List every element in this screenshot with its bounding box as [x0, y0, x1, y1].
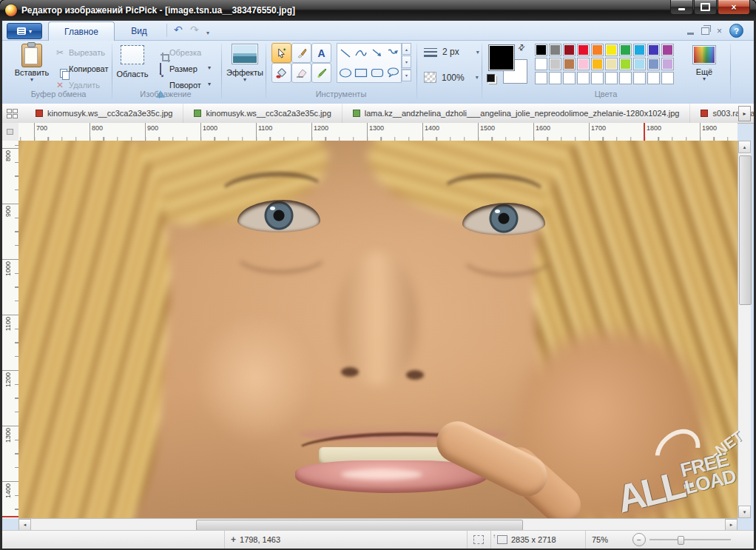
more-colors-button[interactable]: Ещё ▾ [689, 45, 720, 81]
quick-access-dropdown[interactable]: ▾ [206, 27, 209, 40]
horizontal-scrollbar[interactable]: ◂ ▸ [18, 518, 738, 531]
scroll-left-button[interactable]: ◂ [18, 519, 31, 531]
palette-swatch[interactable] [563, 44, 576, 56]
palette-swatch[interactable] [619, 44, 632, 56]
zoom-slider-track[interactable] [649, 539, 731, 540]
rounded-rectangle-shape-button[interactable] [371, 68, 384, 78]
palette-swatch[interactable] [549, 44, 561, 56]
palette-swatch[interactable] [647, 58, 660, 70]
document-tab[interactable]: kinomusyk.ws__cc3ca2a3e35c.jpg [183, 104, 342, 123]
arrow-shape-button[interactable] [371, 48, 383, 58]
palette-swatch[interactable] [577, 44, 590, 56]
tab-main[interactable]: Главное [48, 21, 115, 41]
palette-swatch[interactable] [549, 58, 561, 70]
horizontal-scroll-thumb[interactable] [196, 520, 523, 531]
palette-swatch[interactable] [535, 72, 547, 84]
child-restore-button[interactable] [701, 27, 709, 35]
palette-swatch[interactable] [605, 58, 618, 70]
palette-swatch[interactable] [577, 72, 590, 84]
eraser-tool-button[interactable] [291, 63, 311, 83]
scroll-up-button[interactable]: ▴ [738, 141, 751, 153]
scroll-right-button[interactable]: ▸ [725, 519, 738, 531]
minimize-button[interactable] [670, 0, 693, 15]
palette-swatch[interactable] [661, 44, 674, 56]
palette-swatch[interactable] [647, 72, 660, 84]
palette-swatch[interactable] [591, 58, 604, 70]
chevron-down-icon: ▾ [476, 74, 479, 81]
palette-swatch[interactable] [633, 58, 646, 70]
palette-swatch[interactable] [549, 72, 561, 84]
tab-view[interactable]: Вид [118, 21, 161, 40]
curve-shape-button[interactable] [355, 48, 367, 58]
group-divider [266, 44, 266, 98]
resize-button[interactable]: Размер [155, 61, 198, 76]
document-tab[interactable]: kinomusyk.ws__cc3ca2a3e35c.jpg [25, 104, 183, 123]
undo-button[interactable]: ↶ [174, 23, 183, 36]
text-tool-button[interactable]: A [311, 43, 331, 63]
paste-button[interactable]: Вставить ▾ [11, 44, 53, 82]
cut-button[interactable]: ✂ Вырезать [54, 45, 105, 60]
palette-swatch[interactable] [563, 72, 576, 84]
effects-button[interactable]: Эффекты ▾ [226, 44, 264, 82]
image-canvas[interactable] [18, 141, 738, 518]
ribbon: Вставить ▾ ✂ Вырезать Копироват ✕ Удалит… [2, 41, 754, 104]
scroll-down-button[interactable]: ▾ [738, 506, 751, 518]
shapes-expand-button[interactable]: ▾ [402, 69, 411, 81]
copy-button[interactable]: Копироват [54, 61, 109, 76]
curved-arrow-shape-button[interactable] [387, 48, 399, 58]
child-minimize-button[interactable] [687, 33, 694, 35]
close-button[interactable]: × [718, 0, 750, 15]
maximize-button[interactable] [694, 0, 717, 15]
palette-swatch[interactable] [647, 44, 660, 56]
palette-swatch[interactable] [605, 72, 618, 84]
shapes-scroll-down-button[interactable]: ▾ [402, 56, 411, 67]
palette-swatch[interactable] [661, 58, 674, 70]
palette-swatch[interactable] [591, 72, 604, 84]
app-menu-button[interactable]: ▾ [7, 23, 42, 39]
eyedropper-tool-button[interactable] [311, 63, 331, 83]
palette-swatch[interactable] [619, 58, 632, 70]
palette-swatch[interactable] [535, 58, 547, 70]
help-button[interactable]: ? [729, 24, 743, 38]
document-tab[interactable]: lama.kz__andzhelina_dzholi___angelina_jo… [342, 104, 691, 123]
palette-swatch[interactable] [577, 58, 590, 70]
hair [18, 141, 185, 518]
rectangle-shape-button[interactable] [354, 68, 368, 78]
palette-swatch[interactable] [563, 58, 576, 70]
tab-scroll-right-button[interactable]: ▸ [738, 106, 751, 121]
zoom-out-button[interactable]: − [632, 533, 646, 546]
crop-button[interactable]: Обрезка [155, 45, 201, 60]
palette-swatch[interactable] [633, 44, 646, 56]
select-tool-button[interactable] [271, 43, 291, 63]
line-width-control[interactable]: 2 px ▾ [424, 47, 479, 57]
opacity-control[interactable]: 100% ▾ [424, 72, 479, 83]
palette-swatch[interactable] [591, 44, 604, 56]
zoom-slider-thumb[interactable] [678, 536, 684, 545]
palette-swatch[interactable] [633, 72, 646, 84]
tab-grid-icon[interactable] [7, 109, 18, 118]
palette-swatch[interactable] [605, 44, 618, 56]
color-selector[interactable]: ⇅ [487, 43, 530, 84]
ellipse-shape-button[interactable] [339, 68, 352, 78]
copy-label: Копироват [69, 64, 109, 73]
resize-dropdown[interactable]: ▾ [208, 64, 211, 71]
region-button[interactable]: Область [115, 45, 150, 78]
palette-swatch[interactable] [661, 72, 674, 84]
title-bar[interactable]: Редактор изображений PicPick - [image.ts… [0, 0, 756, 21]
shapes-scroll-up-button[interactable]: ▴ [402, 43, 411, 55]
palette-swatch[interactable] [619, 72, 632, 84]
rotate-dropdown[interactable]: ▾ [208, 81, 211, 87]
vertical-scroll-thumb[interactable] [739, 155, 752, 305]
child-close-button[interactable]: × [717, 26, 722, 36]
fill-tool-button[interactable] [271, 63, 291, 83]
resize-label: Размер [169, 64, 198, 73]
palette-swatch[interactable] [535, 44, 547, 56]
line-shape-button[interactable] [340, 48, 351, 58]
swap-colors-icon[interactable]: ⇅ [516, 42, 527, 54]
foreground-color-swatch[interactable] [488, 44, 515, 71]
brush-tool-button[interactable] [291, 43, 311, 63]
vertical-scrollbar[interactable]: ▴ ▾ [738, 141, 751, 518]
redo-button[interactable]: ↷ [190, 23, 199, 36]
ruler-major-tick [145, 123, 146, 141]
speech-bubble-shape-button[interactable] [387, 67, 399, 78]
